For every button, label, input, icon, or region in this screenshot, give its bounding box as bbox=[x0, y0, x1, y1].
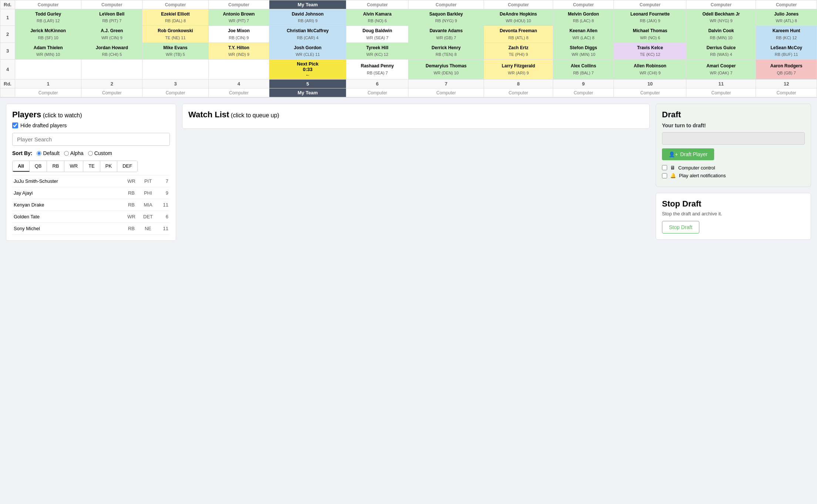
player-pos-rank: WR (DEN) 10 bbox=[434, 71, 458, 75]
draft-cell-r2-c3[interactable]: Rob GronkowskiTE (NE) 11 bbox=[142, 26, 208, 43]
footer-team-3: Computer bbox=[142, 88, 208, 97]
footer-num-6: 6 bbox=[346, 80, 408, 88]
player-pos-rank: WR (IND) 9 bbox=[228, 52, 249, 57]
draft-cell-r3-c10[interactable]: Travis KelceTE (KC) 12 bbox=[614, 43, 686, 59]
player-name: Dalvin Cook bbox=[708, 28, 734, 33]
draft-cell-r1-c12[interactable]: Julio JonesWR (ATL) 8 bbox=[756, 9, 817, 26]
draft-cell-r4-c6[interactable]: Rashaad PennyRB (SEA) 7 bbox=[346, 60, 408, 80]
draft-cell-r4-c3[interactable] bbox=[142, 60, 208, 80]
draft-cell-r1-c2[interactable]: LeVeon BellRB (PIT) 7 bbox=[81, 9, 142, 26]
player-list-item[interactable]: JuJu Smith-SchusterWRPIT7 bbox=[12, 175, 170, 187]
draft-cell-r2-c7[interactable]: Davante AdamsWR (GB) 7 bbox=[408, 26, 484, 43]
next-pick-label: Next Pick0:33← bbox=[297, 61, 319, 78]
bottom-panels: Players (click to watch) Hide drafted pl… bbox=[0, 98, 817, 247]
stop-draft-button[interactable]: Stop Draft bbox=[662, 221, 699, 233]
player-list-item[interactable]: Kenyan DrakeRBMIA11 bbox=[12, 199, 170, 211]
draft-cell-r2-c9[interactable]: Keenan AllenWR (LAC) 8 bbox=[553, 26, 614, 43]
draft-cell-r4-c11[interactable]: Amari CooperWR (OAK) 7 bbox=[686, 60, 756, 80]
draft-cell-r3-c12[interactable]: LeSean McCoyRB (BUF) 11 bbox=[756, 43, 817, 59]
player-list-rank: 9 bbox=[157, 190, 168, 196]
search-input[interactable] bbox=[12, 133, 170, 146]
player-name: Zach Ertz bbox=[508, 45, 528, 50]
tab-def[interactable]: DEF bbox=[117, 161, 137, 172]
draft-cell-r1-c8[interactable]: DeAndre HopkinsWR (HOU) 10 bbox=[484, 9, 553, 26]
draft-cell-r3-c6[interactable]: Tyreek HillWR (KC) 12 bbox=[346, 43, 408, 59]
draft-cell-r1-c4[interactable]: Antonio BrownWR (PIT) 7 bbox=[208, 9, 269, 26]
draft-cell-r4-c9[interactable]: Alex CollinsRB (BAL) 7 bbox=[553, 60, 614, 80]
draft-cell-r1-c10[interactable]: Leonard FournetteRB (JAX) 9 bbox=[614, 9, 686, 26]
draft-cell-r4-c7[interactable]: Demaryius ThomasWR (DEN) 10 bbox=[408, 60, 484, 80]
play-alert-row: 🔔 Play alert notifications bbox=[662, 173, 805, 178]
draft-cell-r3-c2[interactable]: Jordan HowardRB (CHI) 5 bbox=[81, 43, 142, 59]
draft-cell-r1-c6[interactable]: Alvin KamaraRB (NO) 6 bbox=[346, 9, 408, 26]
player-pos-rank: RB (CIN) 9 bbox=[229, 36, 249, 40]
draft-cell-r3-c4[interactable]: T.Y. HiltonWR (IND) 9 bbox=[208, 43, 269, 59]
draft-cell-r4-c12[interactable]: Aaron RodgersQB (GB) 7 bbox=[756, 60, 817, 80]
draft-cell-r2-c10[interactable]: Michael ThomasWR (NO) 6 bbox=[614, 26, 686, 43]
player-name: Doug Baldwin bbox=[363, 28, 392, 33]
draft-cell-r2-c12[interactable]: Kareem HuntRB (KC) 12 bbox=[756, 26, 817, 43]
draft-cell-r3-c3[interactable]: Mike EvansWR (TB) 5 bbox=[142, 43, 208, 59]
player-list-pos: RB bbox=[124, 226, 139, 231]
draft-cell-r3-c5[interactable]: Josh GordonWR (CLE) 11 bbox=[269, 43, 346, 59]
draft-player-input[interactable] bbox=[662, 132, 805, 145]
stop-draft-panel: Stop Draft Stop the draft and archive it… bbox=[656, 193, 811, 240]
draft-cell-r2-c6[interactable]: Doug BaldwinWR (SEA) 7 bbox=[346, 26, 408, 43]
footer-num-9: 9 bbox=[553, 80, 614, 88]
draft-cell-r1-c7[interactable]: Saquon BarkleyRB (NYG) 9 bbox=[408, 9, 484, 26]
tab-pk[interactable]: PK bbox=[100, 161, 117, 172]
draft-cell-r1-c11[interactable]: Odell Beckham JrWR (NYG) 9 bbox=[686, 9, 756, 26]
player-name: Melvin Gordon bbox=[568, 11, 599, 17]
draft-cell-r3-c7[interactable]: Derrick HenryRB (TEN) 8 bbox=[408, 43, 484, 59]
player-pos-rank: RB (CAR) 4 bbox=[297, 36, 319, 40]
player-list-item[interactable]: Jay AjayiRBPHI9 bbox=[12, 187, 170, 199]
draft-cell-r2-c2[interactable]: A.J. GreenWR (CIN) 9 bbox=[81, 26, 142, 43]
computer-header-7: Computer bbox=[408, 0, 484, 9]
computer-control-checkbox[interactable] bbox=[662, 165, 667, 170]
draft-cell-r4-c2[interactable] bbox=[81, 60, 142, 80]
draft-cell-r4-c8[interactable]: Larry FitzgeraldWR (ARI) 9 bbox=[484, 60, 553, 80]
draft-cell-r3-c9[interactable]: Stefon DiggsWR (MIN) 10 bbox=[553, 43, 614, 59]
player-pos-rank: TE (KC) 12 bbox=[640, 52, 660, 57]
draft-cell-r2-c1[interactable]: Jerick McKinnonRB (SF) 10 bbox=[15, 26, 81, 43]
player-name: Ezekiel Elliott bbox=[161, 11, 189, 17]
draft-cell-r4-c4[interactable] bbox=[208, 60, 269, 80]
tab-wr[interactable]: WR bbox=[64, 161, 83, 172]
player-list-item[interactable]: Sony MichelRBNE11 bbox=[12, 223, 170, 235]
sort-default[interactable]: Default bbox=[37, 150, 59, 156]
draft-cell-r3-c11[interactable]: Derrius GuiceRB (WAS) 4 bbox=[686, 43, 756, 59]
rd-footer2 bbox=[0, 88, 15, 97]
draft-cell-r2-c5[interactable]: Christian McCaffreyRB (CAR) 4 bbox=[269, 26, 346, 43]
draft-cell-r1-c9[interactable]: Melvin GordonRB (LAC) 8 bbox=[553, 9, 614, 26]
player-list-item[interactable]: Golden TateWRDET6 bbox=[12, 211, 170, 223]
player-pos-rank: WR (OAK) 7 bbox=[710, 71, 732, 75]
draft-cell-r4-c5[interactable]: Next Pick0:33← bbox=[269, 60, 346, 80]
tab-qb[interactable]: QB bbox=[30, 161, 47, 172]
footer-num-10: 10 bbox=[614, 80, 686, 88]
draft-cell-r4-c10[interactable]: Allen RobinsonWR (CHI) 9 bbox=[614, 60, 686, 80]
sort-alpha[interactable]: Alpha bbox=[64, 150, 84, 156]
draft-cell-r3-c8[interactable]: Zach ErtzTE (PHI) 9 bbox=[484, 43, 553, 59]
player-list-team: PIT bbox=[139, 178, 157, 184]
draft-cell-r3-c1[interactable]: Adam ThielenWR (MIN) 10 bbox=[15, 43, 81, 59]
draft-cell-r1-c1[interactable]: Todd GurleyRB (LAR) 12 bbox=[15, 9, 81, 26]
draft-cell-r2-c11[interactable]: Dalvin CookRB (MIN) 10 bbox=[686, 26, 756, 43]
draft-cell-r2-c4[interactable]: Joe MixonRB (CIN) 9 bbox=[208, 26, 269, 43]
computer-header-1: Computer bbox=[15, 0, 81, 9]
sort-custom[interactable]: Custom bbox=[88, 150, 112, 156]
draft-player-button[interactable]: 👤+ Draft Player bbox=[662, 148, 714, 160]
player-name: Tyreek Hill bbox=[366, 45, 389, 50]
player-pos-rank: RB (TEN) 8 bbox=[436, 52, 457, 57]
player-pos-rank: RB (JAX) 9 bbox=[640, 19, 660, 23]
draft-cell-r4-c1[interactable] bbox=[15, 60, 81, 80]
tab-all[interactable]: All bbox=[13, 161, 30, 172]
tab-rb[interactable]: RB bbox=[47, 161, 64, 172]
tab-te[interactable]: TE bbox=[83, 161, 100, 172]
play-alert-checkbox[interactable] bbox=[662, 173, 667, 178]
computer-header-3: Computer bbox=[142, 0, 208, 9]
draft-cell-r1-c3[interactable]: Ezekiel ElliottRB (DAL) 8 bbox=[142, 9, 208, 26]
hide-drafted-checkbox[interactable] bbox=[12, 122, 18, 128]
player-name: Devonta Freeman bbox=[500, 28, 537, 33]
draft-cell-r2-c8[interactable]: Devonta FreemanRB (ATL) 8 bbox=[484, 26, 553, 43]
draft-cell-r1-c5[interactable]: David JohnsonRB (ARI) 9 bbox=[269, 9, 346, 26]
